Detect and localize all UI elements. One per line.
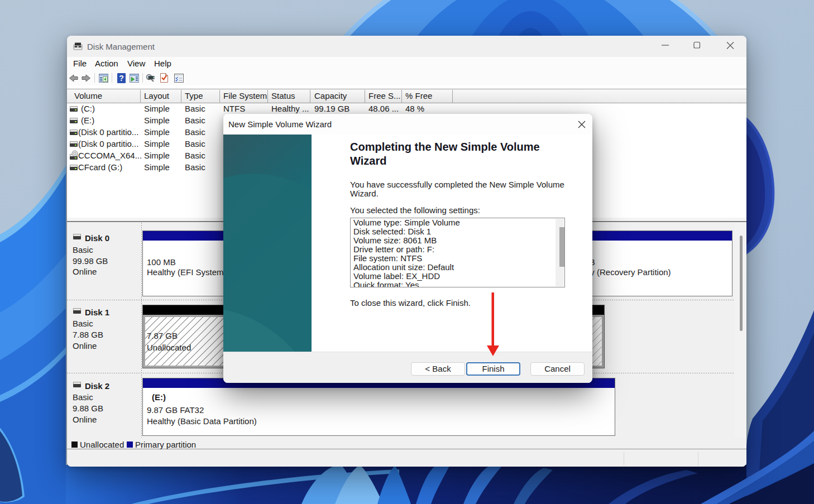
svg-text:?: ? [119, 74, 124, 83]
